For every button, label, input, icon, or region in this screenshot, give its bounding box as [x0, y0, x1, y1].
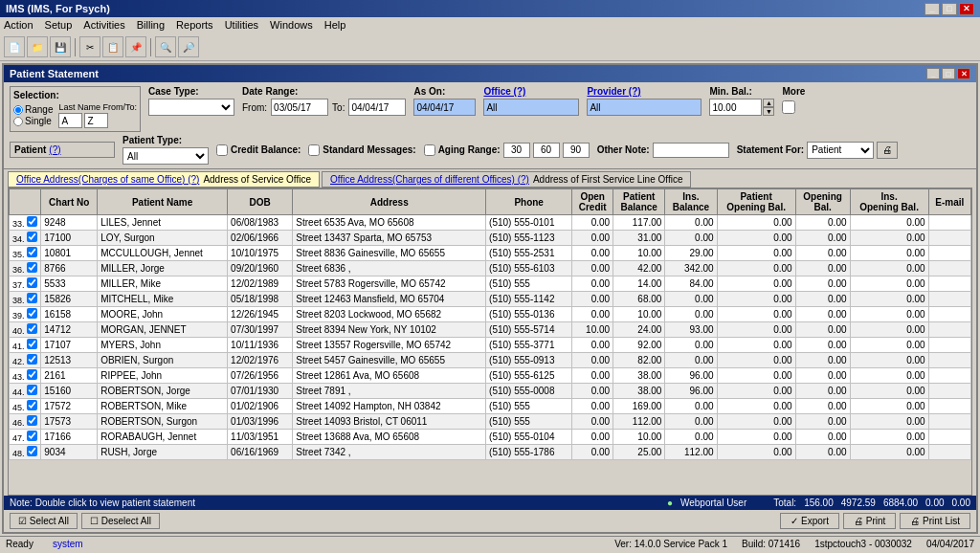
- table-row[interactable]: 39. 16158MOORE, John12/26/1945Street 820…: [10, 307, 971, 322]
- col-phone: Phone: [486, 189, 572, 215]
- statement-for-label: Statement For:: [737, 144, 805, 155]
- as-on-label: As On:: [413, 86, 476, 97]
- aging-30[interactable]: [503, 143, 530, 158]
- inner-minimize-btn[interactable]: _: [926, 68, 940, 79]
- col-email: E-mail: [928, 189, 970, 215]
- total-ins-bal: 6884.00: [883, 498, 918, 508]
- col-open-credit: OpenCredit: [572, 189, 613, 215]
- table-row[interactable]: 36. 8766MILLER, Jorge09/20/1960Street 68…: [10, 261, 971, 276]
- tab-diff-office[interactable]: Office Address(Charges of different Offi…: [322, 171, 691, 188]
- toolbar-btn-3[interactable]: 💾: [50, 36, 71, 57]
- tab1-label: Office Address(Charges of same Office) (…: [16, 174, 199, 185]
- col-address: Address: [293, 189, 486, 215]
- menu-billing[interactable]: Billing: [137, 19, 165, 33]
- table-row[interactable]: 38. 15826MITCHELL, Mike05/18/1998Street …: [10, 292, 971, 307]
- toolbar-btn-8[interactable]: 🔎: [178, 36, 199, 57]
- table-row[interactable]: 34. 17100LOY, Surgon02/06/1966Street 134…: [10, 231, 971, 246]
- inner-restore-btn[interactable]: □: [942, 68, 955, 79]
- min-bal-label: Min. Bal.:: [709, 86, 774, 97]
- patient-label: Patient: [14, 144, 46, 155]
- print-list-button[interactable]: 🖨 Print List: [900, 513, 970, 529]
- total-open-credit: 156.00: [804, 498, 834, 508]
- credit-balance-checkbox[interactable]: [216, 144, 228, 156]
- aging-range-label: Aging Range:: [438, 144, 501, 155]
- total-pat-open: 0.00: [925, 498, 944, 508]
- statement-icon-btn[interactable]: 🖨: [877, 142, 898, 159]
- table-row[interactable]: 33. 9248LILES, Jennet06/08/1983Street 65…: [10, 215, 971, 231]
- table-row[interactable]: 48. 9034RUSH, Jorge06/16/1969Street 7342…: [10, 445, 971, 460]
- single-label: Single: [25, 116, 52, 126]
- menu-action[interactable]: Action: [4, 19, 33, 33]
- min-bal-down[interactable]: ▼: [763, 107, 774, 116]
- toolbar-btn-7[interactable]: 🔍: [155, 36, 176, 57]
- standard-messages-label: Standard Messages:: [323, 144, 415, 155]
- export-button[interactable]: ✓ Export: [780, 513, 839, 529]
- table-row[interactable]: 37. 5533MILLER, Mike12/02/1989Street 578…: [10, 276, 971, 292]
- menu-setup[interactable]: Setup: [45, 19, 73, 33]
- table-row[interactable]: 45. 17572ROBERTSON, Mike01/02/1906Street…: [10, 399, 971, 414]
- as-on-date[interactable]: [413, 99, 476, 116]
- case-type-label: Case Type:: [148, 86, 234, 97]
- print-button[interactable]: 🖨 Print: [843, 513, 896, 529]
- table-row[interactable]: 42. 12513OBRIEN, Surgon12/02/1976Street …: [10, 353, 971, 368]
- patient-type-select[interactable]: All: [122, 147, 209, 165]
- more-checkbox[interactable]: [782, 100, 795, 114]
- credit-balance-label: Credit Balance:: [231, 144, 301, 155]
- col-pat-open: PatientOpening Bal.: [717, 189, 795, 215]
- min-bal-input[interactable]: [709, 99, 762, 116]
- table-row[interactable]: 46. 17573ROBERTSON, Surgon01/03/1996Stre…: [10, 414, 971, 430]
- table-row[interactable]: 40. 14712MORGAN, JENNET07/30/1997Street …: [10, 322, 971, 338]
- restore-btn[interactable]: □: [942, 3, 957, 15]
- col-pat-bal: PatientBalance: [613, 189, 665, 215]
- col-dob: DOB: [228, 189, 293, 215]
- table-row[interactable]: 35. 10801MCCULLOUGH, Jennet10/10/1975Str…: [10, 246, 971, 261]
- toolbar-btn-6[interactable]: 📌: [125, 36, 146, 57]
- table-row[interactable]: 41. 17107MYERS, John10/11/1936Street 135…: [10, 338, 971, 353]
- table-row[interactable]: 44. 15160ROBERTSON, Jorge07/01/1930Stree…: [10, 384, 971, 399]
- provider-input[interactable]: [587, 99, 702, 116]
- aging-90[interactable]: [563, 143, 590, 158]
- selection-label: Selection:: [13, 90, 137, 100]
- patient-help[interactable]: (?): [49, 144, 60, 155]
- menu-utilities[interactable]: Utilities: [225, 19, 258, 33]
- col-ins-bal: Ins.Balance: [665, 189, 717, 215]
- data-table: Chart No Patient Name DOB Address Phone …: [9, 188, 971, 460]
- tab-same-office[interactable]: Office Address(Charges of same Office) (…: [8, 171, 320, 188]
- deselect-all-button[interactable]: ☐ Deselect All: [81, 513, 160, 529]
- min-bal-up[interactable]: ▲: [763, 99, 774, 107]
- standard-msg-checkbox[interactable]: [308, 144, 320, 156]
- to-input[interactable]: [84, 113, 108, 128]
- other-note-input[interactable]: [653, 143, 729, 158]
- from-input[interactable]: [58, 113, 82, 128]
- aging-60[interactable]: [533, 143, 560, 158]
- menu-activities[interactable]: Activities: [83, 19, 124, 33]
- table-row[interactable]: 43. 2161RIPPEE, John07/26/1956Street 128…: [10, 368, 971, 384]
- office-input[interactable]: [483, 99, 579, 116]
- col-chart: Chart No: [41, 189, 98, 215]
- menu-windows[interactable]: Windows: [270, 19, 313, 33]
- close-btn[interactable]: ✕: [959, 3, 974, 15]
- minimize-btn[interactable]: _: [924, 3, 940, 15]
- from-date[interactable]: [271, 99, 328, 116]
- to-date[interactable]: [348, 99, 406, 116]
- toolbar-btn-4[interactable]: ✂: [79, 36, 100, 57]
- window-title: Patient Statement: [10, 68, 99, 79]
- date-range-label: Date Range:: [242, 86, 406, 97]
- case-type-select[interactable]: [148, 99, 234, 116]
- menu-reports[interactable]: Reports: [176, 19, 213, 33]
- menu-bar: Action Setup Activities Billing Reports …: [0, 17, 980, 34]
- system-status: system: [53, 539, 83, 551]
- menu-help[interactable]: Help: [324, 19, 346, 33]
- office-label: Office (?): [483, 86, 579, 97]
- select-all-button[interactable]: ☑ Select All: [10, 513, 78, 529]
- toolbar-btn-1[interactable]: 📄: [4, 36, 25, 57]
- inner-close-btn[interactable]: ✕: [957, 68, 970, 79]
- range-label: Range: [25, 104, 53, 115]
- toolbar-btn-5[interactable]: 📋: [102, 36, 123, 57]
- aging-range-checkbox[interactable]: [424, 144, 435, 156]
- toolbar-btn-2[interactable]: 📁: [27, 36, 48, 57]
- statement-for-select[interactable]: Patient: [807, 142, 874, 159]
- col-name: Patient Name: [98, 189, 228, 215]
- table-row[interactable]: 47. 17166RORABAUGH, Jennet11/03/1951Stre…: [10, 430, 971, 445]
- tab2-address: Address of First Service Line Office: [533, 174, 683, 185]
